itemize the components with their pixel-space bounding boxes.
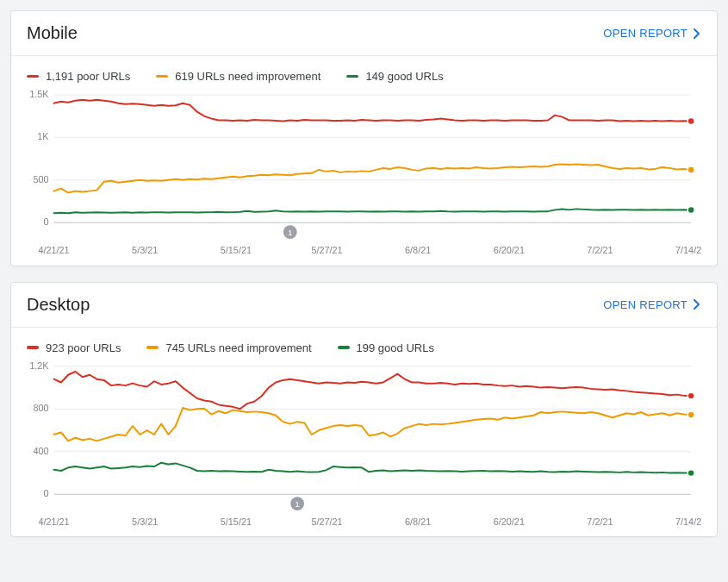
svg-text:1.2K: 1.2K [29,360,49,370]
svg-text:1.5K: 1.5K [29,89,49,99]
open-report-label: OPEN REPORT [603,298,688,311]
swatch-good [338,346,350,349]
swatch-need [146,346,159,349]
legend-need: 619 URLs need improvement [156,70,320,83]
open-report-mobile[interactable]: OPEN REPORT [603,27,701,40]
svg-text:800: 800 [33,403,48,413]
svg-point-9 [688,166,694,173]
swatch-poor [27,346,39,349]
open-report-desktop[interactable]: OPEN REPORT [603,298,701,311]
legend-good: 199 good URLs [338,341,434,354]
svg-text:1: 1 [295,498,300,508]
swatch-need [156,75,168,78]
svg-text:6/8/21: 6/8/21 [405,516,431,526]
svg-text:1: 1 [288,228,293,237]
svg-text:7/2/21: 7/2/21 [587,516,613,526]
legend-need-label: 745 URLs need improvement [165,341,311,354]
svg-text:5/3/21: 5/3/21 [132,245,158,255]
svg-text:5/27/21: 5/27/21 [311,245,342,255]
svg-text:400: 400 [33,445,48,455]
svg-text:6/20/21: 6/20/21 [494,245,525,255]
desktop-legend: 923 poor URLs 745 URLs need improvement … [11,328,717,358]
svg-point-8 [688,117,694,124]
svg-text:4/21/21: 4/21/21 [38,516,69,526]
swatch-poor [27,75,39,78]
desktop-card-header: Desktop OPEN REPORT [11,283,717,320]
mobile-chart: 05001K1.5K4/21/215/3/215/15/215/27/216/8… [11,86,717,266]
mobile-card: Mobile OPEN REPORT 1,191 poor URLs 619 U… [10,10,718,266]
desktop-chart: 04008001.2K4/21/215/3/215/15/215/27/216/… [11,358,717,537]
svg-point-10 [688,207,694,214]
legend-need: 745 URLs need improvement [146,341,311,354]
svg-text:7/14/21: 7/14/21 [675,245,701,255]
svg-text:4/21/21: 4/21/21 [38,245,69,255]
svg-text:5/15/21: 5/15/21 [221,516,252,526]
svg-text:5/3/21: 5/3/21 [132,516,158,526]
svg-text:0: 0 [44,216,49,227]
legend-good-label: 199 good URLs [357,341,434,354]
svg-text:1K: 1K [37,131,49,141]
svg-text:5/27/21: 5/27/21 [311,516,342,526]
legend-poor: 923 poor URLs [27,341,121,354]
svg-text:0: 0 [44,488,49,498]
mobile-title: Mobile [27,23,78,43]
svg-point-31 [688,469,694,476]
legend-poor: 1,191 poor URLs [27,70,130,83]
svg-text:5/15/21: 5/15/21 [221,245,252,255]
legend-need-label: 619 URLs need improvement [175,70,320,83]
svg-text:7/14/21: 7/14/21 [675,516,701,526]
svg-text:7/2/21: 7/2/21 [587,245,613,255]
chevron-right-icon [693,299,701,310]
svg-text:500: 500 [33,174,48,185]
mobile-legend: 1,191 poor URLs 619 URLs need improvemen… [11,56,717,86]
legend-good: 149 good URLs [346,70,443,83]
svg-text:6/20/21: 6/20/21 [494,516,525,526]
desktop-title: Desktop [27,295,90,315]
mobile-card-header: Mobile OPEN REPORT [11,11,717,48]
legend-poor-label: 1,191 poor URLs [46,70,130,83]
chevron-right-icon [693,28,701,39]
legend-good-label: 149 good URLs [365,70,443,83]
swatch-good [346,75,358,78]
desktop-card: Desktop OPEN REPORT 923 poor URLs 745 UR… [10,282,718,538]
legend-poor-label: 923 poor URLs [46,341,121,354]
open-report-label: OPEN REPORT [603,27,688,40]
svg-point-30 [688,411,694,418]
svg-point-29 [688,392,694,399]
svg-text:6/8/21: 6/8/21 [405,245,431,255]
